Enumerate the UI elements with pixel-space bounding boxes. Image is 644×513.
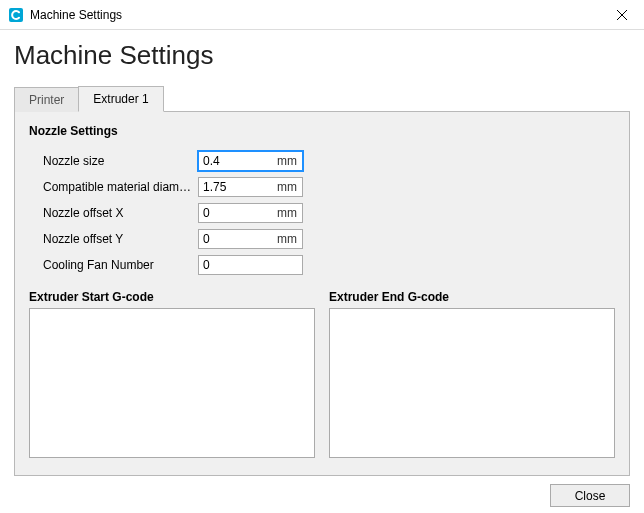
inputwrap-nozzle-offset-x: mm (198, 203, 303, 223)
gcode-start-col: Extruder Start G-code (29, 290, 315, 461)
input-nozzle-size[interactable] (198, 151, 303, 171)
row-nozzle-offset-y: Nozzle offset Y mm (43, 228, 615, 250)
tab-panel-extruder-1: Nozzle Settings Nozzle size mm Compatibl… (14, 111, 630, 476)
tab-extruder-1[interactable]: Extruder 1 (78, 86, 163, 112)
label-nozzle-offset-x: Nozzle offset X (43, 206, 198, 220)
row-material-diameter: Compatible material diam… mm (43, 176, 615, 198)
gcode-end-textarea[interactable] (329, 308, 615, 458)
gcode-start-textarea[interactable] (29, 308, 315, 458)
window-close-button[interactable] (599, 0, 644, 30)
dialog-footer: Close (0, 476, 644, 513)
label-nozzle-size: Nozzle size (43, 154, 198, 168)
nozzle-settings-group: Nozzle size mm Compatible material diam…… (29, 150, 615, 276)
gcode-row: Extruder Start G-code Extruder End G-cod… (29, 290, 615, 461)
gcode-start-title: Extruder Start G-code (29, 290, 315, 304)
window-titlebar: Machine Settings (0, 0, 644, 30)
row-cooling-fan-number: Cooling Fan Number (43, 254, 615, 276)
inputwrap-nozzle-size: mm (198, 151, 303, 171)
label-material-diameter: Compatible material diam… (43, 180, 198, 194)
gcode-end-col: Extruder End G-code (329, 290, 615, 461)
tabs-container: Printer Extruder 1 Nozzle Settings Nozzl… (14, 85, 630, 476)
input-cooling-fan-number[interactable] (198, 255, 303, 275)
tab-printer[interactable]: Printer (14, 87, 78, 112)
close-icon (617, 10, 627, 20)
label-cooling-fan-number: Cooling Fan Number (43, 258, 198, 272)
row-nozzle-size: Nozzle size mm (43, 150, 615, 172)
page-title: Machine Settings (14, 40, 628, 71)
page-header: Machine Settings (0, 30, 644, 73)
inputwrap-cooling-fan-number (198, 255, 303, 275)
app-icon (8, 7, 24, 23)
nozzle-section-title: Nozzle Settings (29, 124, 615, 138)
inputwrap-nozzle-offset-y: mm (198, 229, 303, 249)
window-title: Machine Settings (30, 8, 122, 22)
input-nozzle-offset-y[interactable] (198, 229, 303, 249)
close-button[interactable]: Close (550, 484, 630, 507)
inputwrap-material-diameter: mm (198, 177, 303, 197)
gcode-end-title: Extruder End G-code (329, 290, 615, 304)
label-nozzle-offset-y: Nozzle offset Y (43, 232, 198, 246)
input-material-diameter[interactable] (198, 177, 303, 197)
input-nozzle-offset-x[interactable] (198, 203, 303, 223)
row-nozzle-offset-x: Nozzle offset X mm (43, 202, 615, 224)
tab-row: Printer Extruder 1 (14, 85, 630, 111)
